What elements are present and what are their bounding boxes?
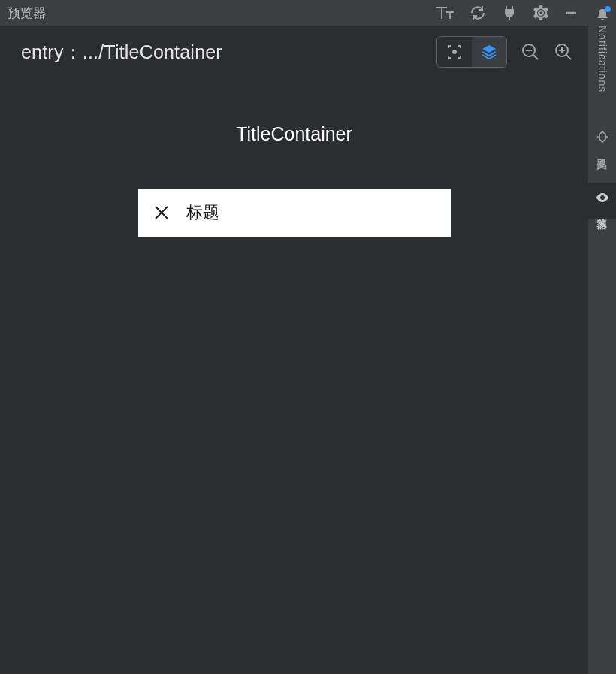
sub-header-actions (436, 36, 573, 68)
eye-icon (595, 190, 610, 205)
title-container-preview: 标题 (138, 189, 451, 237)
panel-title: 预览器 (6, 5, 46, 22)
sub-header: entry：.../TitleContainer (0, 26, 588, 78)
title-text: 标题 (186, 201, 219, 224)
sidebar-item-previewer[interactable]: 预览器 (588, 183, 616, 219)
gear-icon[interactable] (533, 5, 549, 21)
layers-mode-button[interactable] (472, 37, 506, 67)
component-name-label: TitleContainer (236, 123, 352, 145)
zoom-out-icon[interactable] (521, 42, 540, 62)
inspect-icon (445, 43, 464, 61)
sidebar-label-previewer: 预览器 (596, 210, 609, 212)
svg-point-1 (452, 50, 457, 54)
layers-icon (480, 43, 498, 61)
ai-assistant-icon (595, 130, 610, 145)
text-size-icon[interactable] (435, 5, 454, 20)
view-toggle-group (436, 36, 507, 68)
sidebar-item-lingma[interactable]: 通义灵码 (588, 122, 616, 160)
refresh-icon[interactable] (470, 5, 486, 21)
bell-icon (596, 8, 609, 21)
inspect-mode-button[interactable] (437, 37, 472, 67)
breadcrumb: entry：.../TitleContainer (21, 40, 222, 65)
svg-line-3 (533, 55, 538, 59)
title-bar-actions (435, 5, 582, 21)
minimize-icon[interactable] (564, 6, 578, 20)
preview-area: TitleContainer 标题 (0, 78, 588, 674)
zoom-controls (521, 42, 573, 62)
plug-icon[interactable] (501, 5, 518, 21)
svg-line-6 (566, 55, 571, 59)
zoom-in-icon[interactable] (554, 42, 573, 62)
close-icon[interactable] (153, 204, 170, 221)
main-panel: 预览器 (0, 0, 588, 674)
right-sidebar: Notifications 通义灵码 预览器 (588, 0, 616, 674)
sidebar-item-notifications[interactable]: Notifications (588, 0, 616, 100)
sidebar-label-notifications: Notifications (596, 26, 608, 92)
notification-badge (605, 6, 611, 12)
title-bar: 预览器 (0, 0, 588, 26)
sidebar-label-lingma: 通义灵码 (596, 150, 609, 153)
